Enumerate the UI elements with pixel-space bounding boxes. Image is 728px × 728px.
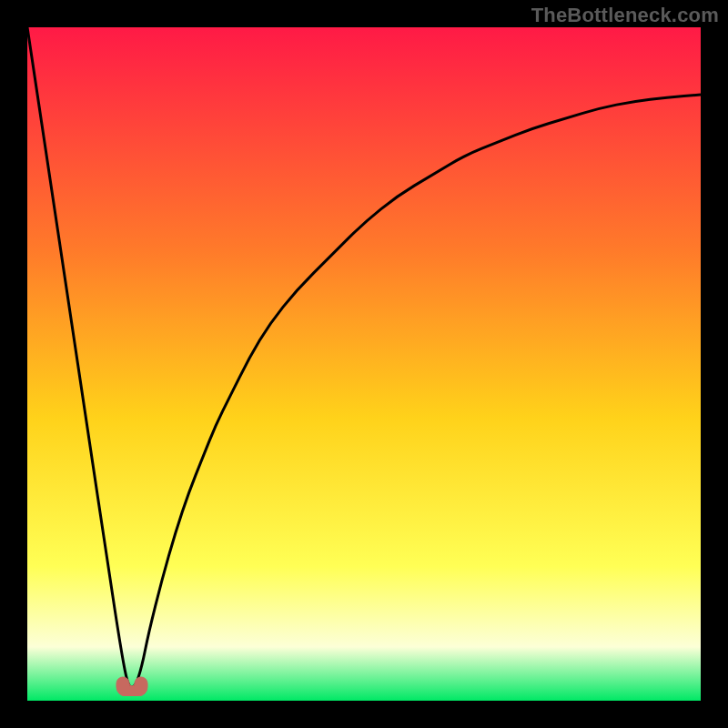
gradient-background	[27, 27, 701, 701]
plot-area	[27, 27, 701, 701]
watermark-text: TheBottleneck.com	[531, 4, 719, 27]
chart-frame: TheBottleneck.com	[0, 0, 728, 728]
trough-marker	[111, 674, 153, 696]
trough-marker-shape	[116, 677, 147, 696]
plot-svg	[27, 27, 701, 701]
